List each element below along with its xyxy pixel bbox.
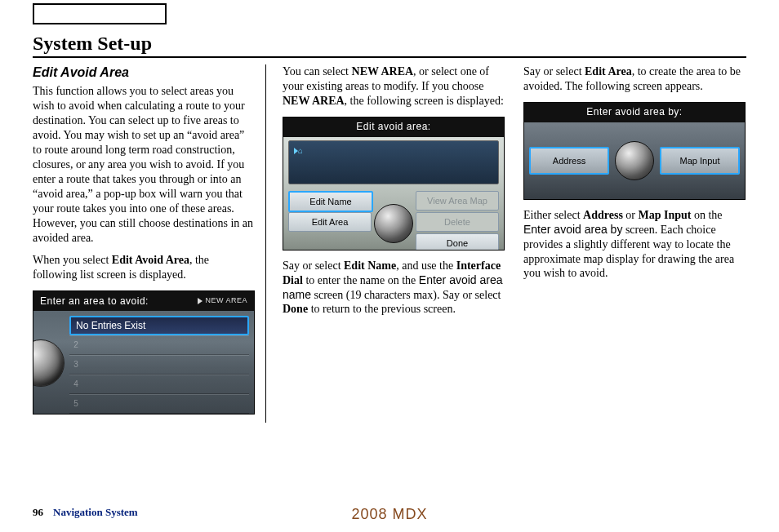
dial-icon [33,339,65,387]
screenshot-edit-avoid-area: Edit avoid area: ⌂ Edit Name Edit Area V… [283,117,505,250]
text: or [623,209,639,221]
text: to enter the name on the [303,274,419,286]
text: , the following screen is displayed: [345,95,504,107]
bold-text: Map Input [639,209,692,221]
button-label: Done [447,237,468,249]
button-label: Address [553,155,585,166]
screen-title: Enter avoid area by: [524,103,745,122]
bold-text: Edit Avoid Area [112,254,189,266]
text: When you select [33,254,112,266]
body-text: Either select Address or Map Input on th… [523,208,746,282]
list-item-label: No Entries Exist [71,320,145,332]
screenshot-enter-area-to-avoid: Enter an area to avoid: NEW AREA No Entr… [33,290,255,415]
screen-body: ⌂ Edit Name Edit Area View Area Map Dele… [283,137,504,250]
selector-dial[interactable] [374,204,413,243]
screen-title: Edit avoid area: [283,117,504,137]
text: Say or select [523,65,585,78]
selector-dial[interactable] [615,141,654,180]
text: You can select [283,65,352,78]
text: to return to the previous screen. [308,303,456,315]
map-preview: ⌂ [288,140,499,184]
edit-name-button[interactable]: Edit Name [288,191,373,212]
button-label: Delete [444,216,470,228]
body-text: You can select NEW AREA, or select one o… [283,64,505,109]
new-area-label: NEW AREA [205,296,247,306]
row-number: 5 [69,399,82,410]
column-1: Edit Avoid Area This function allows you… [33,64,256,423]
bold-text: NEW AREA [283,95,345,107]
row-number: 2 [69,340,82,351]
columns: Edit Avoid Area This function allows you… [33,64,746,423]
screenshot-enter-avoid-area-by: Enter avoid area by: Address Map Input [523,102,746,200]
screen-body: No Entries Exist 2 3 4 5 [33,311,254,414]
column-2: You can select NEW AREA, or select one o… [265,64,505,423]
section-heading: Edit Avoid Area [33,64,256,81]
edit-area-button[interactable]: Edit Area [288,212,372,232]
done-button[interactable]: Done [416,233,499,250]
bold-text: Edit Name [344,259,396,272]
column-3: Say or select Edit Area, to create the a… [523,64,746,423]
button-label: Edit Name [309,196,351,207]
address-button[interactable]: Address [529,147,609,175]
bold-text: NEW AREA [352,65,414,78]
screen-title-text: Enter an area to avoid: [40,295,149,308]
manual-page: System Set-up Edit Avoid Area This funct… [0,0,779,532]
screen-title-text: Enter avoid area by: [586,106,682,118]
view-area-map-button[interactable]: View Area Map [416,191,499,211]
page-footer: 96 Navigation System 2008 MDX [33,506,746,519]
screen-title: Enter an area to avoid: NEW AREA [33,291,254,311]
page-header: System Set-up [33,33,746,58]
selector-dial[interactable] [33,339,66,388]
list-item[interactable]: 5 [69,394,249,414]
body-text: Say or select Edit Area, to create the a… [523,64,746,94]
bold-text: Done [283,303,308,315]
button-label: Edit Area [312,216,349,228]
text: Either select [523,209,583,221]
cursor-icon: ⌂ [294,146,303,157]
bold-text: Address [583,209,623,221]
button-label: View Area Map [427,195,487,206]
body-text: When you select Edit Avoid Area, the fol… [33,253,256,282]
row-number: 3 [69,360,82,370]
text: , and use the [396,259,456,272]
text: screen (19 characters max). Say or selec… [311,289,501,301]
row-number: 4 [69,379,82,390]
delete-button[interactable]: Delete [416,212,499,232]
blank-box [33,3,167,24]
text: Say or select [283,259,344,272]
new-area-button[interactable]: NEW AREA [198,291,247,311]
button-cluster: Edit Name Edit Area View Area Map Delete… [288,188,499,246]
page-title: System Set-up [33,33,746,55]
text: on the [691,209,722,221]
list-item[interactable]: 4 [69,375,249,394]
map-input-button[interactable]: Map Input [660,147,740,175]
list-item[interactable]: 3 [69,355,249,375]
body-text: This function allows you to select areas… [33,84,256,245]
vehicle-model: 2008 MDX [33,506,746,523]
screen-name-text: Enter avoid area by [523,223,622,236]
list-item[interactable]: 2 [69,335,249,355]
avoid-area-list: No Entries Exist 2 3 4 5 [69,316,249,409]
screen-body: Address Map Input [524,122,745,199]
button-label: Map Input [680,155,720,166]
list-item[interactable]: No Entries Exist [69,316,249,335]
play-icon [198,298,203,304]
bold-text: Edit Area [585,65,632,78]
body-text: Say or select Edit Name, and use the Int… [283,259,505,317]
screen-title-text: Edit avoid area: [356,121,430,133]
header-rule [33,56,746,58]
